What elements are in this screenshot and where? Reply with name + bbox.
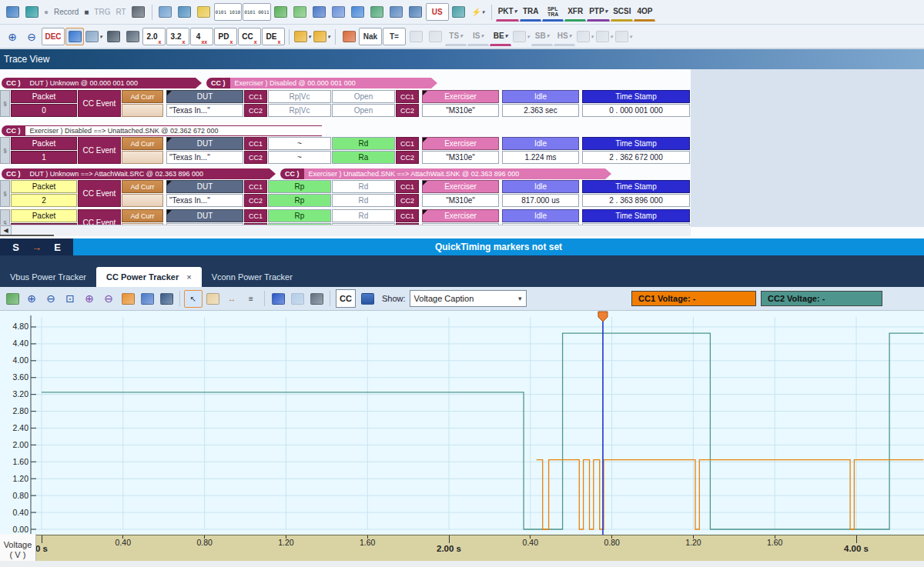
exerciser-group[interactable]: Exerciser "M310e" — [422, 90, 499, 117]
scrollbar-thumb[interactable] — [0, 235, 54, 236]
tool-gray3-icon[interactable]: ▾ — [512, 28, 531, 45]
row-handle[interactable]: § — [0, 209, 10, 225]
packet-cell[interactable]: Packet 1 — [11, 137, 77, 164]
zoom-out-icon[interactable]: ⊖ — [22, 28, 41, 45]
ad-curr-cell[interactable]: Ad Curr — [122, 90, 163, 117]
flowchart-icon[interactable] — [176, 3, 194, 21]
rt-button[interactable]: RT — [113, 3, 128, 21]
timestamp-group[interactable]: Time Stamp 0 . 000 001 000 — [582, 90, 690, 117]
de-filter-button[interactable]: DEx — [262, 28, 285, 45]
export-chart-icon[interactable] — [3, 290, 22, 308]
filter-b-button[interactable]: ▾ — [313, 28, 331, 45]
find-next-icon[interactable] — [123, 28, 142, 45]
packet-row-0[interactable]: § Packet 0 CC Event Ad Curr DUT "Texas I… — [0, 90, 690, 118]
close-tab-icon[interactable]: × — [186, 272, 191, 282]
compass-icon[interactable] — [349, 3, 367, 21]
row-handle[interactable]: § — [0, 180, 10, 207]
tool-gray1-icon[interactable] — [407, 28, 425, 45]
usb2-filter-button[interactable]: 2.0x — [142, 28, 166, 45]
packet-cell[interactable]: Packet 2 — [11, 180, 77, 207]
cc-mode-button[interactable]: CC — [336, 289, 356, 308]
timer-icon[interactable] — [195, 3, 213, 21]
state-header-exerciser[interactable]: CC ) Exerciser ) Disabled @ 00.000 001 0… — [206, 78, 437, 88]
zoom-window-icon[interactable]: ⊡ — [61, 290, 79, 308]
chart-canvas[interactable]: 0.000.400.801.201.602.002.402.803.203.60… — [0, 311, 924, 535]
time-delta-button[interactable]: T= — [383, 28, 406, 45]
nak-button[interactable]: Nak — [359, 28, 382, 45]
timestamp-group[interactable]: Time Stamp 2 . 362 672 000 — [582, 137, 690, 164]
pattern-icon[interactable] — [129, 3, 148, 21]
pointer-button[interactable]: ↖ — [184, 290, 203, 308]
packet-row-3-clipped[interactable]: § Packet CC Event CC Event Ad Curr DUT C… — [0, 209, 693, 225]
pkt-button[interactable]: PKT▾ — [496, 2, 520, 22]
filter-exclude-icon[interactable] — [340, 28, 358, 45]
dut-group[interactable]: DUT — [166, 209, 243, 225]
chart-time-axis[interactable]: 0 s0.400.801.201.602.00 s0.400.801.201.6… — [0, 535, 924, 562]
state-header-dut[interactable]: CC ) DUT ) Unknown @ 00.000 001 000 — [2, 78, 202, 88]
sync-icon[interactable] — [65, 28, 84, 45]
link-icon[interactable] — [450, 3, 468, 21]
hop-button[interactable]: 4OP — [634, 2, 655, 22]
packet-row-1[interactable]: § Packet 1 CC Event Ad Curr DUT "Texas I… — [0, 137, 690, 165]
cc-event-cell[interactable]: CC Event — [78, 180, 121, 207]
exerciser-group[interactable]: Exerciser "M310e" — [422, 180, 499, 207]
waveform-icon[interactable] — [358, 290, 377, 308]
monitor-icon[interactable] — [157, 290, 176, 308]
zoom-fit-icon[interactable] — [119, 290, 137, 308]
tab-vconn-power-tracker[interactable]: Vconn Power Tracker — [202, 267, 303, 287]
tool-gray4-icon[interactable]: ▾ — [576, 28, 594, 45]
exerciser-group[interactable]: Exerciser — [422, 209, 499, 225]
timestamp-group[interactable]: Time Stamp 2 . 363 896 000 — [582, 180, 690, 207]
clear-markers-icon[interactable] — [307, 290, 326, 308]
dut-group[interactable]: DUT "Texas In..." — [166, 137, 243, 164]
capture-window-icon[interactable] — [156, 3, 175, 21]
packet-row-2[interactable]: § Packet 2 CC Event Ad Curr DUT "Texas I… — [0, 180, 690, 208]
ad-curr-cell[interactable]: Ad Curr — [122, 180, 163, 207]
row-handle[interactable]: § — [0, 137, 10, 164]
timestamp-group[interactable]: Time Stamp — [582, 209, 690, 225]
record-dot-icon[interactable]: ● — [42, 3, 51, 21]
tool-gray5-icon[interactable]: ▾ — [595, 28, 614, 45]
zoom-in-chart-icon[interactable]: ⊕ — [22, 290, 41, 308]
tab-cc-power-tracker[interactable]: CC Power Tracker × — [96, 267, 202, 287]
show-dropdown[interactable]: Voltage Caption ▾ — [410, 290, 527, 307]
chip-icon[interactable] — [368, 3, 387, 21]
trg-button[interactable]: TRG — [92, 3, 112, 21]
cc-event-cell[interactable]: CC Event — [78, 137, 121, 164]
marker-right-icon[interactable] — [288, 290, 306, 308]
binary-view-icon[interactable]: 0101 1010 — [214, 3, 243, 21]
exerciser-group[interactable]: Exerciser "M310e" — [422, 137, 499, 164]
device-icon[interactable] — [3, 3, 22, 21]
zoom-x-icon[interactable]: ⊕ — [80, 290, 99, 308]
packet-cell[interactable]: Packet 0 — [11, 90, 77, 117]
bar-chart-icon[interactable] — [310, 3, 329, 21]
idle-group[interactable]: Idle — [502, 209, 579, 225]
voltage-chart-plot[interactable]: 0.000.400.801.201.602.002.402.803.203.60… — [0, 311, 924, 535]
packet-row-3[interactable]: § Packet CC Event CC Event Ad Curr DUT C… — [0, 209, 690, 225]
usb3-filter-button[interactable]: 3.2x — [166, 28, 189, 45]
dec-button[interactable]: DEC — [42, 28, 65, 45]
state-header-dut[interactable]: CC ) DUT ) Unknown ==> AttachWait.SRC @ … — [2, 168, 276, 179]
be-button[interactable]: BE▾ — [490, 27, 511, 46]
sb-button[interactable]: SB▾ — [531, 27, 553, 46]
state-header-exerciser[interactable]: CC ) Exerciser ) Unattached.SNK ==> Atta… — [280, 168, 611, 179]
dut-group[interactable]: DUT "Texas In..." — [166, 180, 243, 207]
grid-icon[interactable] — [387, 3, 406, 21]
idle-group[interactable]: Idle 1.224 ms — [502, 137, 579, 164]
state-header-exerciser[interactable]: CC ) Exerciser ) Disabled ==> Unattached… — [2, 125, 328, 136]
stop-button[interactable]: ■ — [82, 3, 91, 21]
ts-button[interactable]: TS▾ — [445, 27, 467, 46]
idle-group[interactable]: Idle 817.000 us — [502, 180, 579, 207]
tool-gray6-icon[interactable]: ▾ — [614, 28, 633, 45]
snapshot-icon[interactable] — [138, 290, 156, 308]
tra-button[interactable]: TRA — [520, 2, 541, 22]
display-icon[interactable] — [407, 3, 425, 21]
report-icon[interactable] — [330, 3, 348, 21]
copy-icon[interactable]: ▾ — [85, 28, 103, 45]
marker-left-icon[interactable] — [269, 290, 287, 308]
tab-vbus-power-tracker[interactable]: Vbus Power Tracker — [0, 267, 96, 287]
dut-group[interactable]: DUT "Texas In..." — [166, 90, 243, 117]
idle-group[interactable]: Idle 2.363 sec — [502, 90, 579, 117]
usb-speed-icon[interactable]: US — [426, 3, 449, 21]
export-trace-icon[interactable] — [272, 3, 290, 21]
